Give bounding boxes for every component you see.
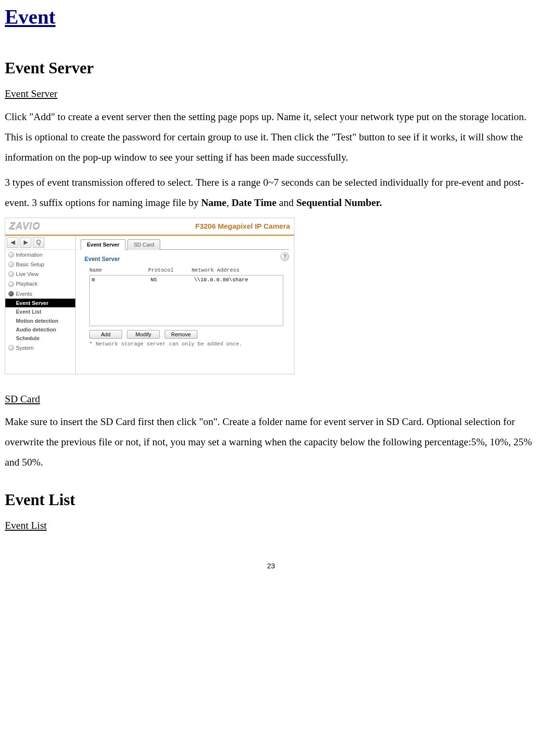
sidebar-item-system[interactable]: System [5, 343, 75, 353]
sidebar: ◀ ▶ Q Information Basic Setup Live View … [5, 236, 76, 374]
page-number: 23 [5, 562, 537, 569]
event-server-p2: 3 types of event transmission offered to… [5, 172, 537, 213]
sidebar-item-basic-setup[interactable]: Basic Setup [5, 260, 75, 269]
bullet-icon [8, 271, 14, 277]
event-server-subhead: Event Server [5, 87, 57, 100]
table-row[interactable]: m NS \\10.0.0.88\share [92, 276, 281, 283]
col-name: Name [89, 267, 148, 274]
col-address: Network Address [192, 267, 289, 274]
event-server-title: Event Server [5, 58, 537, 79]
sd-card-p: Make sure to insert the SD Card first th… [5, 412, 537, 472]
event-list-title: Event List [5, 490, 537, 510]
bullet-icon [8, 261, 14, 267]
main-panel: Event Server SD Card ? Event Server Name… [76, 236, 294, 374]
bullet-icon [8, 345, 14, 351]
sd-card-subhead: SD Card [5, 393, 40, 406]
button-row: Add Modify Remove [89, 330, 289, 339]
sidebar-item-event-server[interactable]: Event Server [5, 299, 75, 307]
product-name: F3206 Megapixel IP Camera [195, 221, 291, 231]
tab-sd-card[interactable]: SD Card [127, 239, 160, 250]
note-text: Network storage server can only be added… [81, 341, 289, 347]
sidebar-item-events[interactable]: Events [5, 289, 75, 299]
panel-title: Event Server [81, 256, 289, 263]
sidebar-toolbar: ◀ ▶ Q [5, 236, 75, 250]
tab-row: Event Server SD Card [81, 239, 289, 250]
back-icon[interactable]: ◀ [7, 237, 18, 248]
col-protocol: Protocol [148, 267, 192, 274]
sidebar-item-event-list[interactable]: Event List [5, 307, 75, 316]
section-title-link[interactable]: Event [5, 5, 56, 29]
remove-button[interactable]: Remove [165, 330, 197, 339]
event-list-subhead: Event List [5, 519, 47, 532]
bullet-icon [8, 281, 14, 287]
sidebar-item-schedule[interactable]: Schedule [5, 334, 75, 343]
table-header: Name Protocol Network Address [81, 267, 289, 275]
bullet-icon [8, 291, 14, 297]
event-server-p1: Click "Add" to create a event server the… [5, 107, 537, 167]
add-button[interactable]: Add [89, 330, 122, 339]
sidebar-item-audio-detection[interactable]: Audio detection [5, 325, 75, 334]
tab-event-server[interactable]: Event Server [81, 239, 125, 250]
bullet-icon [8, 252, 14, 258]
help-icon[interactable]: ? [280, 252, 289, 261]
sidebar-item-live-view[interactable]: Live View [5, 269, 75, 279]
app-header: ZAVIO F3206 Megapixel IP Camera [5, 218, 294, 236]
sidebar-item-information[interactable]: Information [5, 250, 75, 260]
embedded-screenshot: ZAVIO F3206 Megapixel IP Camera ◀ ▶ Q In… [5, 218, 294, 374]
server-list[interactable]: m NS \\10.0.0.88\share [89, 275, 283, 326]
sidebar-item-playback[interactable]: Playback [5, 279, 75, 289]
logo: ZAVIO [9, 220, 41, 233]
sidebar-item-motion-detection[interactable]: Motion detection [5, 316, 75, 325]
modify-button[interactable]: Modify [127, 330, 160, 339]
forward-icon[interactable]: ▶ [20, 237, 31, 248]
search-icon[interactable]: Q [33, 237, 44, 248]
